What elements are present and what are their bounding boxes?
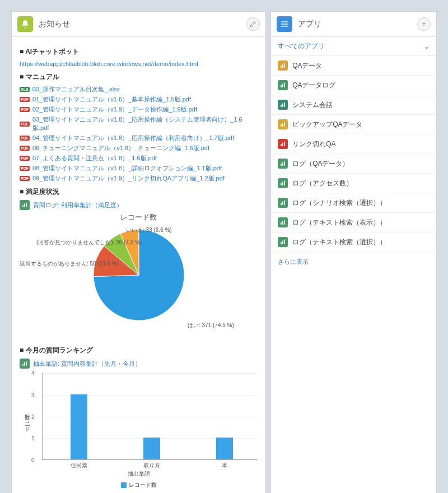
app-item[interactable]: ログ（テキスト検索（表示）） [271,213,436,232]
app-icon [278,119,288,129]
svg-rect-16 [282,104,283,107]
app-icon [278,237,288,247]
file-link[interactable]: 09_管理サイトマニュアル（v1.9）_リンク切れQAアプリ編_1.2版.pdf [32,174,225,183]
svg-rect-9 [281,66,282,68]
x-tick: 住民票 [65,462,93,469]
file-link[interactable]: 03_管理サイトマニュアル（v1.8）_応用操作編（システム管理者向け）_1.6… [32,115,258,132]
pie-label-notfound: (回答が見つかりませんでした): 36 (7.2 %) [36,239,142,246]
file-link[interactable]: 02_管理サイトマニュアル（v1.9）_データ操作編_1.9版.pdf [32,105,197,114]
pie-title: レコード数 [20,212,258,222]
file-link[interactable]: 08_管理サイトマニュアル（v1.8）_詳細ログオプション編_1.1版.pdf [32,164,222,173]
file-link[interactable]: 00_操作マニュアル目次集_.xlsx [32,85,120,94]
app-label: ログ（テキスト検索（表示）） [292,218,386,227]
y-tick: 1 [31,435,35,441]
pdf-icon: PDF [20,166,30,171]
app-item[interactable]: システム会話 [271,95,436,115]
svg-rect-33 [281,222,282,225]
svg-rect-31 [282,202,283,205]
xls-icon: XLS [20,87,30,92]
svg-rect-13 [282,84,283,87]
ranking-link[interactable]: 抽出単語: 質問内容集計（先月・今月） [33,360,141,368]
svg-rect-15 [281,105,282,107]
bar-chart-icon [20,200,30,210]
app-item[interactable]: ログ（QAデータ） [271,154,436,174]
svg-rect-34 [282,221,283,225]
app-label: QAデータログ [292,81,335,90]
notice-header: お知らせ [12,12,265,37]
svg-rect-25 [282,162,283,166]
svg-rect-11 [284,63,285,68]
svg-rect-3 [22,364,24,366]
svg-rect-30 [281,203,282,205]
app-label: リンク切れQA [292,139,335,149]
svg-rect-38 [284,240,285,244]
file-link[interactable]: 04_管理サイトマニュアル（v1.8）_応用操作編（利用者向け）_1.7版.pd… [32,134,234,142]
svg-rect-29 [284,181,285,185]
bell-icon [17,16,33,32]
app-label: ログ（シナリオ検索（選択）） [292,198,386,208]
file-link[interactable]: 06_チューニングマニュアル（v1.8）_チューニング編_1.6版.pdf [32,144,209,152]
svg-rect-2 [26,203,27,207]
notice-panel: お知らせ ■ AIチャットボット https://webappjichitaib… [11,11,266,493]
file-row: PDF09_管理サイトマニュアル（v1.9）_リンク切れQAアプリ編_1.2版.… [20,174,258,183]
bar-ylabel: 数レコード [23,410,31,429]
app-item[interactable]: ログ（アクセス数） [271,174,436,193]
svg-rect-32 [284,201,285,205]
app-icon [278,198,288,208]
pie-label-none: 該当するものがありません: 58 (11.6 %) [20,260,119,268]
app-item[interactable]: ログ（テキスト検索（選択）） [271,232,436,252]
bar-chart-icon [20,359,30,369]
file-row: PDF07_よくある質問・注意点（v1.8）_1.6版.pdf [20,154,258,162]
y-tick: 3 [31,392,35,398]
bar-chart: 数レコード 01234住民票取り方本 抽出単語 レコード数 [20,371,258,489]
app-item[interactable]: QAデータ [271,56,436,76]
svg-rect-17 [284,103,285,107]
satisfaction-link[interactable]: 質問ログ: 利用率集計（満足度） [33,201,123,210]
app-item[interactable]: QAデータログ [271,76,436,95]
svg-rect-36 [281,242,282,244]
file-row: XLS00_操作マニュアル目次集_.xlsx [20,85,258,94]
pie-label-hai: はい: 371 (74.5 %) [188,322,234,329]
app-icon [278,100,288,110]
file-row: PDF01_管理サイトマニュアル（v1.6）_基本操作編_1.5版.pdf [20,95,258,104]
chatbot-link[interactable]: https://webappjichitaiblob.blob.core.win… [20,61,198,67]
add-button[interactable]: + [417,17,431,31]
app-label: ログ（テキスト検索（選択）） [292,238,386,247]
pie-chart: レコード数 いいえ: 33 (6.6 %) (回答が見つかりませんでした): 3… [20,212,258,341]
all-apps-toggle[interactable]: すべてのアプリ ⌄ [271,37,436,56]
app-icon [278,178,288,188]
y-tick: 2 [31,413,35,420]
svg-rect-6 [281,21,288,22]
show-more-link[interactable]: さらに表示 [271,252,436,272]
svg-rect-28 [282,182,283,185]
x-tick: 本 [211,462,239,469]
svg-rect-37 [282,241,283,244]
svg-rect-4 [24,362,25,366]
svg-rect-0 [22,205,24,207]
svg-rect-1 [24,204,25,207]
list-icon [277,16,292,32]
file-link[interactable]: 01_管理サイトマニュアル（v1.6）_基本操作編_1.5版.pdf [32,95,191,104]
bar-legend: レコード数 [20,481,258,489]
app-icon [278,61,288,71]
edit-button[interactable] [246,17,260,31]
app-item[interactable]: ログ（シナリオ検索（選択）） [271,193,436,213]
app-item[interactable]: リンク切れQA [271,134,436,154]
file-row: PDF04_管理サイトマニュアル（v1.8）_応用操作編（利用者向け）_1.7版… [20,134,258,142]
app-icon [278,159,288,169]
pdf-icon: PDF [20,146,30,151]
svg-rect-24 [281,164,282,166]
svg-rect-14 [284,83,285,87]
file-link[interactable]: 07_よくある質問・注意点（v1.8）_1.6版.pdf [32,154,157,162]
app-item[interactable]: ピックアップQAデータ [271,115,436,134]
svg-rect-8 [281,26,288,26]
y-tick: 4 [31,370,35,376]
bar [71,394,87,459]
bar-xlabel: 抽出単語 [20,470,258,478]
section-ranking: ■ 今月の質問ランキング [20,346,258,355]
svg-rect-10 [282,64,283,68]
pdf-icon: PDF [20,156,30,161]
chevron-down-icon: ⌄ [424,43,430,50]
app-icon [278,139,288,149]
file-row: PDF03_管理サイトマニュアル（v1.8）_応用操作編（システム管理者向け）_… [20,115,258,132]
